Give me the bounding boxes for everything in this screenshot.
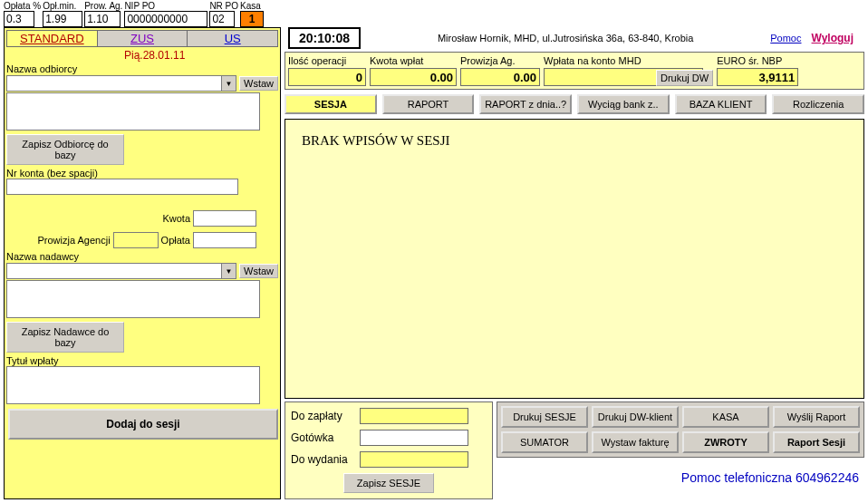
link-pomoc[interactable]: Pomoc [770, 33, 801, 44]
lbl-kasa: Kasa [240, 1, 264, 11]
textarea-odbiorca[interactable] [6, 92, 260, 131]
lbl-prowizja-agencji: Prowizja Agencji [37, 235, 110, 246]
textarea-nadawca[interactable] [6, 280, 260, 318]
lbl-nazwa-nadawcy: Nazwa nadawcy [6, 251, 278, 262]
lbl-prow-ag: Prow. Ag. [84, 1, 122, 11]
btn-zapisz-sesje[interactable]: Zapisz SESJE [343, 473, 434, 493]
lbl-euro: EURO śr. NBP [717, 55, 798, 68]
lbl-tytul-wplaty: Tytuł wpłaty [6, 355, 278, 366]
btn-drukuj-sesje[interactable]: Drukuj SESJE [501, 406, 588, 428]
btn-raport[interactable]: RAPORT [382, 94, 475, 114]
input-nr-po[interactable] [209, 11, 235, 27]
val-prowizja [460, 68, 540, 86]
input-kasa[interactable] [240, 11, 264, 27]
btn-sumator[interactable]: SUMATOR [501, 431, 588, 453]
clock: 20:10:08 [288, 27, 361, 49]
lbl-gotowka: Gotówka [291, 431, 354, 444]
lbl-kwota: Kwota [162, 213, 190, 224]
val-kwota-wplat [370, 68, 457, 86]
btn-kasa[interactable]: KASA [682, 406, 769, 428]
input-do-wydania[interactable] [360, 451, 468, 468]
date-label: Pią.28.01.11 [6, 47, 278, 63]
pay-box: Do zapłaty Gotówka Do wydania Zapisz SES… [285, 401, 493, 499]
left-panel: STANDARD ZUS US Pią.28.01.11 Nazwa odbio… [4, 27, 281, 499]
lbl-prowizja: Prowizja Ag. [460, 55, 540, 68]
main-session-area: BRAK WPISÓW W SESJI [285, 119, 864, 399]
input-gotowka[interactable] [360, 430, 468, 446]
input-oplata[interactable] [193, 232, 256, 248]
btn-drukuj-dw[interactable]: Drukuj DW [656, 70, 713, 86]
val-ilosc [288, 68, 366, 86]
tab-standard[interactable]: STANDARD [7, 31, 98, 46]
btn-wystaw-fakture[interactable]: Wystaw fakturę [592, 431, 679, 453]
btn-wstaw-odbiorca[interactable]: Wstaw [239, 76, 278, 91]
tab-us[interactable]: US [188, 31, 277, 46]
btn-zapisz-odbiorce[interactable]: Zapisz Odbiorcę do bazy [6, 134, 124, 165]
input-nrkonta[interactable] [6, 179, 238, 195]
btn-dodaj-do-sesji[interactable]: Dodaj do sesji [8, 409, 278, 440]
combo-nadawca[interactable] [6, 263, 222, 279]
lbl-ilosc: Ilość operacji [288, 55, 366, 68]
chevron-down-icon[interactable]: ▼ [222, 263, 236, 279]
lbl-do-wydania: Do wydania [291, 453, 354, 466]
address-label: Mirosław Hornik, MHD, ul.Jutrosińska 36a… [368, 33, 763, 44]
btn-zapisz-nadawce[interactable]: Zapisz Nadawce do bazy [6, 322, 124, 353]
combo-odbiorca[interactable] [6, 75, 222, 92]
btn-wyslij-raport[interactable]: Wyślij Raport [773, 406, 860, 428]
link-wyloguj[interactable]: Wyloguj [812, 32, 854, 44]
phone-help: Pomoc telefoniczna 604962246 [497, 458, 864, 485]
input-kwota[interactable] [193, 210, 256, 227]
chevron-down-icon[interactable]: ▼ [222, 75, 236, 92]
input-do-zaplaty[interactable] [360, 408, 468, 424]
lbl-do-zaplaty: Do zapłaty [291, 410, 354, 422]
lbl-nazwa-odbiorcy: Nazwa odbiorcy [6, 63, 278, 74]
lbl-opl-min: Opł.min. [43, 1, 82, 11]
btn-wstaw-nadawca[interactable]: Wstaw [239, 264, 278, 278]
btn-sesja[interactable]: SESJA [285, 94, 377, 114]
lbl-wplata-mhd: Wpłata na konto MHD [544, 55, 652, 68]
input-prowizja-agencji[interactable] [113, 232, 159, 248]
input-nip-po[interactable] [124, 11, 207, 27]
lbl-nrkonta: Nr konta (bez spacji) [6, 168, 278, 179]
btn-zwroty[interactable]: ZWROTY [682, 431, 769, 453]
lbl-oplata-pct: Opłata % [4, 1, 41, 11]
btn-raport-zdnia[interactable]: RAPORT z dnia..? [479, 94, 572, 114]
input-opl-min[interactable] [43, 11, 82, 27]
textarea-tytul[interactable] [6, 366, 260, 404]
input-oplata-pct[interactable] [4, 11, 34, 27]
input-prow-ag[interactable] [84, 11, 121, 27]
btn-raport-sesji[interactable]: Raport Sesji [773, 431, 860, 453]
btn-rozliczenia[interactable]: Rozliczenia [772, 94, 864, 114]
val-euro [717, 68, 798, 86]
btn-wyciag[interactable]: Wyciąg bank z.. [577, 94, 670, 114]
btn-baza[interactable]: BAZA KLIENT [675, 94, 767, 114]
lbl-kwota-wplat: Kwota wpłat [370, 55, 457, 68]
lbl-nr-po: NR PO [209, 1, 238, 11]
lbl-nip-po: NIP PO [124, 1, 207, 11]
btn-drukuj-dw-klient[interactable]: Drukuj DW-klient [592, 406, 679, 428]
tab-zus[interactable]: ZUS [98, 31, 188, 46]
lbl-oplata: Opłata [161, 235, 190, 246]
